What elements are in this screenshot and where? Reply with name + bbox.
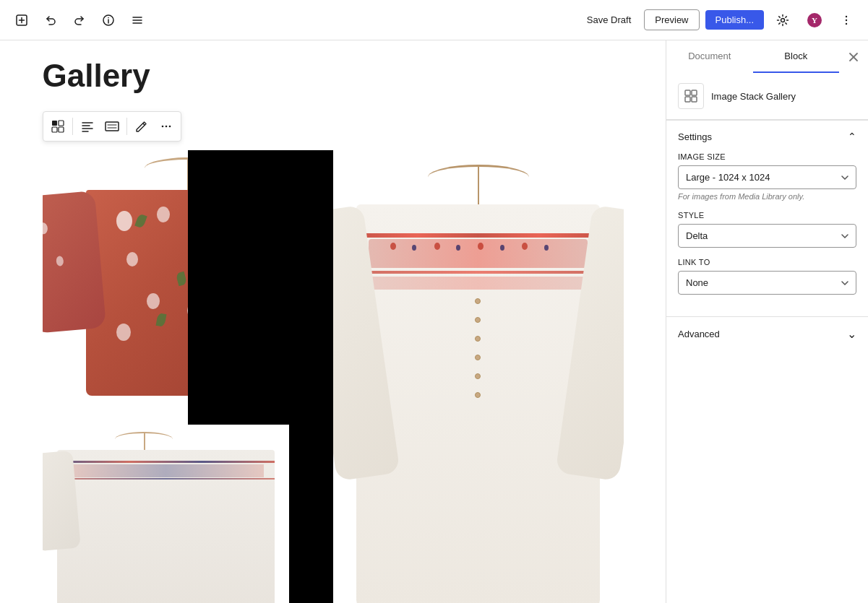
block-info: Image Stack Gallery	[666, 73, 868, 120]
style-group: Style Delta	[678, 211, 856, 248]
svg-rect-23	[106, 122, 119, 131]
svg-rect-33	[692, 90, 697, 95]
style-label: Style	[678, 211, 856, 220]
image-size-group: Image Size Large - 1024 x 1024 For image…	[678, 152, 856, 201]
svg-point-28	[165, 126, 167, 128]
advanced-section-title: Advanced	[678, 329, 720, 339]
link-to-select[interactable]: None	[678, 271, 856, 295]
main-area: Gallery	[0, 40, 868, 603]
image-gallery	[43, 150, 624, 603]
settings-section-toggle[interactable]: Settings	[666, 121, 868, 152]
info-button[interactable]	[95, 7, 121, 33]
block-toolbar	[43, 111, 181, 142]
settings-section-title: Settings	[678, 131, 712, 142]
sidebar-tabs-row: Document Block	[666, 40, 868, 73]
yoast-button[interactable]: Y	[802, 7, 828, 33]
edit-button[interactable]	[130, 115, 153, 138]
sidebar: Document Block	[666, 40, 868, 603]
style-select[interactable]: Delta	[678, 224, 856, 248]
image-size-label: Image Size	[678, 152, 856, 161]
advanced-chevron-icon	[847, 327, 856, 341]
top-toolbar: Save Draft Preview Publish... Y	[0, 0, 868, 40]
settings-chevron-icon	[848, 131, 856, 142]
svg-text:Y: Y	[812, 16, 817, 25]
align-left-button[interactable]	[76, 115, 99, 138]
svg-point-13	[846, 19, 847, 20]
link-to-group: Link to None	[678, 258, 856, 295]
gallery-item-1[interactable]	[43, 150, 333, 425]
block-icon	[678, 83, 704, 109]
svg-rect-15	[52, 121, 57, 126]
svg-rect-32	[685, 90, 690, 95]
image-size-hint: For images from Media Library only.	[678, 192, 856, 201]
toolbar-left	[9, 7, 150, 33]
svg-rect-35	[692, 97, 697, 102]
undo-button[interactable]	[38, 7, 64, 33]
svg-point-9	[781, 18, 785, 22]
close-sidebar-button[interactable]	[839, 41, 868, 73]
gallery-item-2[interactable]	[333, 150, 624, 603]
document-tab[interactable]: Document	[666, 40, 753, 73]
svg-point-5	[108, 17, 109, 18]
svg-rect-16	[59, 121, 64, 126]
settings-section-body: Image Size Large - 1024 x 1024 For image…	[666, 152, 868, 316]
add-block-button[interactable]	[9, 7, 35, 33]
svg-point-27	[161, 126, 163, 128]
preview-button[interactable]: Preview	[644, 9, 699, 30]
page-title: Gallery	[43, 58, 624, 94]
block-tab[interactable]: Block	[753, 40, 840, 73]
list-view-button[interactable]	[124, 7, 150, 33]
svg-rect-18	[59, 127, 64, 132]
toolbar-divider-1	[72, 118, 73, 135]
advanced-section-toggle[interactable]: Advanced	[666, 317, 868, 351]
change-block-type-button[interactable]	[46, 115, 69, 138]
svg-rect-17	[52, 127, 57, 132]
save-draft-button[interactable]: Save Draft	[580, 10, 638, 30]
editor-inner: Gallery	[8, 40, 658, 603]
redo-button[interactable]	[66, 7, 93, 33]
gallery-item-3[interactable]	[43, 425, 333, 603]
settings-button[interactable]	[770, 7, 796, 33]
more-block-options-button[interactable]	[155, 115, 178, 138]
svg-point-14	[846, 22, 847, 24]
align-wide-button[interactable]	[100, 115, 124, 138]
svg-point-12	[846, 15, 847, 17]
publish-button[interactable]: Publish...	[705, 10, 764, 30]
svg-point-29	[168, 126, 171, 128]
more-options-button[interactable]	[833, 7, 859, 33]
editor-area: Gallery	[0, 40, 666, 603]
image-size-select[interactable]: Large - 1024 x 1024	[678, 165, 856, 189]
link-to-label: Link to	[678, 258, 856, 266]
toolbar-right: Save Draft Preview Publish... Y	[580, 7, 859, 33]
block-name-label: Image Stack Gallery	[711, 91, 796, 102]
toolbar-divider-2	[126, 118, 127, 135]
svg-rect-34	[685, 97, 690, 102]
svg-line-26	[142, 123, 145, 126]
sidebar-content: Image Stack Gallery Settings Image Size …	[666, 73, 868, 603]
